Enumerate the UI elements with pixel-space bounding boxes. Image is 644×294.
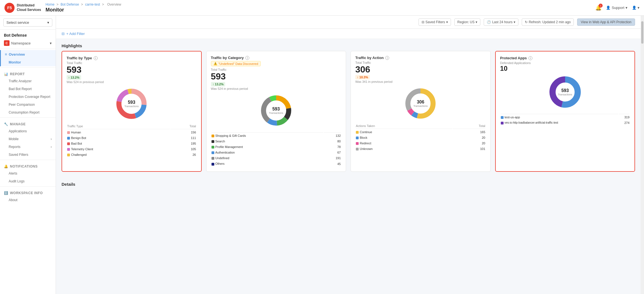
support-button[interactable]: 👤 Support ▾ [606, 6, 627, 10]
legend-table-category: Shopping & Gift Cards132 Search80 Profil… [211, 131, 342, 167]
sidebar-item-reports[interactable]: Reports › [0, 143, 56, 151]
add-filter-row[interactable]: ⊟ + Add Filter [56, 29, 641, 39]
sidebar-item-bad-bot-report[interactable]: Bad Bot Report [0, 85, 56, 93]
namespace-badge: C [4, 40, 10, 46]
divider [0, 186, 56, 187]
breadcrumb: Home > Bot Defense > carrie-test > Overv… [46, 3, 596, 6]
view-in-protection-button[interactable]: View in Web App & API Protection [577, 18, 635, 26]
chevron-down-icon: ▾ [626, 6, 627, 10]
trend-badge: ↑ 10.3% [355, 75, 370, 79]
bell-icon[interactable]: 🔔 1 [595, 5, 601, 11]
breadcrumb-overview: Overview [107, 3, 121, 6]
manage-section-header: 🔧 Manage [0, 120, 56, 127]
legend-table-action: Actions TakenTotal Continue165 Block20 R… [355, 124, 486, 152]
sidebar-item-alerts[interactable]: Alerts [0, 170, 56, 177]
prev-period-label: Was 524 in previous period [67, 80, 197, 84]
bell-badge: 1 [599, 4, 603, 8]
main-layout: Select service ▾ Bot Defense C Namespace… [0, 16, 644, 294]
user-button[interactable]: 👤 ▾ [632, 6, 640, 10]
chevron-down-icon: ▾ [514, 20, 515, 24]
filter-icon: ⊟ [62, 32, 65, 36]
defended-label: Defended Applications [500, 61, 630, 65]
donut-label: 593 Transactions [124, 100, 139, 108]
saved-filters-button[interactable]: ⊟ Saved Filters ▾ [419, 18, 451, 26]
sidebar-item-traffic-analyzer[interactable]: Traffic Analyzer [0, 77, 56, 85]
namespace-row[interactable]: C Namespace ▾ [0, 39, 56, 48]
sidebar-item-mobile[interactable]: Mobile › [0, 135, 56, 143]
total-traffic-value: 593 [67, 65, 197, 74]
card-title-action: Traffic by Action i [355, 56, 486, 60]
support-icon: 👤 [606, 6, 610, 10]
legend-row: Shopping & Gift Cards132 [211, 133, 341, 138]
info-icon[interactable]: i [385, 56, 389, 60]
donut-label: 593 Transactions [269, 107, 283, 114]
sidebar-item-consumption-report[interactable]: Consumption Report [0, 109, 56, 116]
select-service-section: Select service ▾ [0, 16, 56, 30]
donut-chart-category: 593 Transactions [259, 94, 293, 127]
user-icon: 👤 [632, 6, 636, 10]
info-icon[interactable]: i [245, 56, 249, 60]
notifications-section-header: 🔔 Notifications [0, 162, 56, 170]
breadcrumb-carrie-test[interactable]: carrie-test [85, 3, 100, 6]
divider [0, 160, 56, 160]
traffic-by-category-card: Traffic by Category i ⚠️ "Undefined" Dat… [206, 51, 346, 172]
sidebar-item-overview[interactable]: ≡ Overview [0, 50, 56, 58]
legend-row: Undefined191 [211, 156, 341, 161]
content-area: ⊟ Saved Filters ▾ Region: US ▾ 🕐 Last 24… [56, 16, 641, 294]
info-icon[interactable]: i [94, 56, 98, 60]
warning-badge: ⚠️ "Undefined" Data Discovered [211, 61, 261, 66]
manage-icon: 🔧 [4, 122, 8, 126]
sidebar-item-label: Monitor [9, 60, 21, 64]
legend-table-protected: test-us-app 319 ves-io-http-loadbalancer… [500, 112, 630, 126]
chevron-down-icon: ▾ [638, 6, 640, 10]
legend-row: Others45 [211, 161, 341, 166]
warning-icon: ⚠️ [213, 62, 217, 65]
legend-row-telemetry: Telemetry Client 105 [67, 147, 196, 152]
protected-apps-card: Protected Apps i Defended Applications 1… [495, 51, 635, 172]
donut-chart-traffic-type: 593 Transactions [115, 87, 148, 121]
select-service-button[interactable]: Select service ▾ [3, 18, 52, 27]
divider [0, 117, 56, 118]
card-title-protected: Protected Apps i [500, 56, 630, 60]
defended-count: 10 [500, 65, 630, 72]
breadcrumb-bot-defense[interactable]: Bot Defense [60, 3, 79, 6]
region-button[interactable]: Region: US ▾ [454, 18, 480, 26]
sidebar-item-peer-comparison[interactable]: Peer Comparison [0, 101, 56, 109]
breadcrumb-area: Home > Bot Defense > carrie-test > Overv… [46, 3, 596, 13]
sidebar-item-monitor[interactable]: Monitor [0, 58, 56, 66]
donut-label: 306 Transactions [413, 100, 428, 107]
donut-container: 593 Transactions [211, 94, 342, 127]
legend-row-bad-bot: Bad Bot 195 [67, 141, 196, 146]
trend-badge: ↑ 13.2% [67, 75, 81, 80]
info-icon[interactable]: i [528, 56, 532, 60]
logo-area: F5 Distributed Cloud Services [4, 3, 41, 13]
traffic-by-action-card: Traffic by Action i Total Traffic 306 ↑ … [351, 51, 491, 172]
traffic-by-type-card: Traffic by Type i Total Traffic 593 ↑ 13… [62, 51, 202, 172]
legend-row: Profile Management78 [211, 144, 341, 149]
sidebar-item-audit-logs[interactable]: Audit Logs [0, 177, 56, 185]
scrollbar[interactable] [641, 16, 644, 294]
sidebar-item-about[interactable]: About [0, 196, 56, 204]
workspace-section-header: ℹ️ Workspace Info [0, 189, 56, 196]
sidebar: Select service ▾ Bot Defense C Namespace… [0, 16, 56, 294]
legend-row-benign-bot: Benign Bot 111 [67, 135, 196, 140]
chevron-down-icon: ▾ [476, 20, 477, 24]
legend-row: test-us-app 319 [501, 115, 630, 120]
bot-defense-title: Bot Defense [0, 30, 56, 39]
breadcrumb-home[interactable]: Home [46, 3, 55, 6]
clock-icon: 🕐 [487, 20, 491, 24]
nav-right: 🔔 1 👤 Support ▾ 👤 ▾ [595, 5, 640, 11]
total-traffic-label: Total Traffic [67, 61, 197, 65]
donut-chart-protected: 593 Transactions [548, 75, 582, 109]
bell-small-icon: 🔔 [4, 164, 8, 168]
scrollbar-thumb[interactable] [641, 21, 643, 44]
sidebar-item-saved-filters[interactable]: Saved Filters [0, 151, 56, 159]
logo: F5 [4, 3, 15, 13]
refresh-button[interactable]: ↻ Refresh: Updated 2 min ago [522, 18, 574, 26]
prev-period-label: Was 524 in previous period [211, 87, 342, 90]
time-range-button[interactable]: 🕐 Last 24 hours ▾ [484, 18, 518, 26]
sidebar-item-applications[interactable]: Applications [0, 127, 56, 135]
total-traffic-value: 593 [211, 72, 342, 81]
sidebar-item-protection-coverage[interactable]: Protection Coverage Report [0, 93, 56, 101]
donut-container: 593 Transactions [67, 87, 197, 121]
